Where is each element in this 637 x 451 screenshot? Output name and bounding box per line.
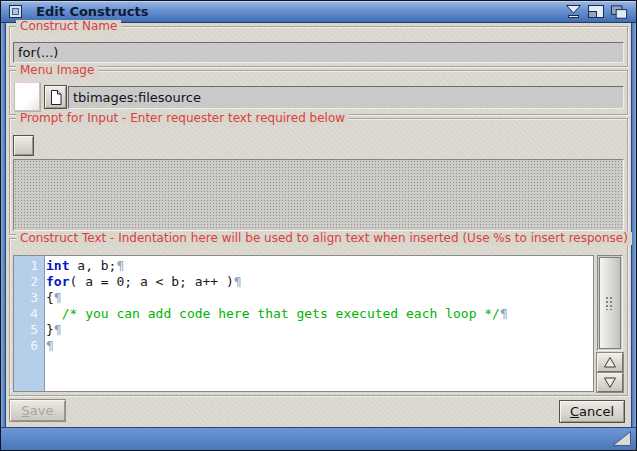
window-border-bottom [1, 427, 636, 450]
prompt-label: Prompt for Input - Enter requester text … [16, 112, 349, 125]
zoom-button[interactable] [587, 4, 606, 20]
line-number: 3 [14, 290, 46, 306]
line-number: 1 [14, 258, 46, 274]
depth-button[interactable] [610, 4, 629, 20]
window-content: Construct Name Menu Image Prompt for Inp… [7, 24, 630, 426]
menu-image-path-input[interactable] [68, 86, 624, 109]
scroll-up-icon [603, 356, 617, 369]
close-button[interactable] [9, 5, 22, 18]
construct-text-label: Construct Text - Indentation here will b… [16, 232, 632, 245]
prompt-text-area-disabled [13, 159, 624, 231]
cancel-button[interactable]: Cancel [559, 400, 625, 423]
code-text: int a, b;¶ [46, 258, 124, 274]
editor-line: 2for( a = 0; a < b; a++ )¶ [14, 274, 593, 290]
scrollbar-track[interactable] [597, 255, 623, 351]
resize-handle[interactable] [612, 431, 632, 447]
line-number: 4 [14, 306, 46, 322]
construct-name-group: Construct Name [9, 26, 628, 67]
construct-name-input[interactable] [13, 42, 624, 63]
scroll-down-button[interactable] [597, 373, 623, 392]
eol-mark: ¶ [46, 338, 54, 353]
scrollbar-thumb[interactable] [599, 257, 621, 349]
code-text: {¶ [46, 290, 62, 306]
editor-line: 1int a, b;¶ [14, 258, 593, 274]
code-text: for( a = 0; a < b; a++ )¶ [46, 274, 242, 290]
menu-image-label: Menu Image [16, 64, 98, 77]
line-number: 2 [14, 274, 46, 290]
iconify-icon [564, 4, 583, 19]
iconify-button[interactable] [564, 4, 583, 20]
titlebar-gadgets [564, 4, 629, 20]
scroll-down-icon [603, 376, 617, 389]
editor-line: 6¶ [14, 338, 593, 354]
close-icon [9, 5, 22, 18]
save-button[interactable]: Save [9, 399, 66, 422]
editor-scrollbar [597, 255, 623, 392]
line-number: 5 [14, 322, 46, 338]
editor-lines: 1int a, b;¶2for( a = 0; a < b; a++ )¶3{¶… [14, 258, 593, 354]
window-border-right [631, 23, 636, 427]
eol-mark: ¶ [54, 322, 62, 337]
grip-icon [605, 296, 614, 310]
eol-mark: ¶ [116, 258, 124, 273]
edit-constructs-window: Edit Constructs [0, 0, 637, 451]
prompt-group: Prompt for Input - Enter requester text … [9, 118, 628, 235]
image-file-picker-button[interactable] [44, 85, 67, 109]
page-icon [49, 89, 63, 106]
construct-name-label: Construct Name [16, 20, 121, 33]
depth-icon [610, 4, 629, 20]
code-text: /* you can add code here that gets execu… [46, 306, 508, 322]
editor-line: 3{¶ [14, 290, 593, 306]
scroll-up-button[interactable] [597, 353, 623, 372]
editor-line: 4 /* you can add code here that gets exe… [14, 306, 593, 322]
eol-mark: ¶ [234, 274, 242, 289]
menu-image-group: Menu Image [9, 70, 628, 115]
construct-text-editor[interactable]: 1int a, b;¶2for( a = 0; a < b; a++ )¶3{¶… [13, 255, 594, 392]
window-border-left [1, 23, 6, 427]
code-text: }¶ [46, 322, 62, 338]
window-title: Edit Constructs [36, 4, 148, 19]
eol-mark: ¶ [54, 290, 62, 305]
eol-mark: ¶ [500, 306, 508, 321]
menu-image-preview [14, 82, 40, 111]
editor-line: 5}¶ [14, 322, 593, 338]
zoom-icon [587, 4, 606, 19]
construct-text-group: Construct Text - Indentation here will b… [9, 238, 628, 396]
resize-icon [612, 431, 632, 447]
code-text: ¶ [46, 338, 54, 354]
line-number: 6 [14, 338, 46, 354]
prompt-toggle-button[interactable] [13, 135, 34, 156]
